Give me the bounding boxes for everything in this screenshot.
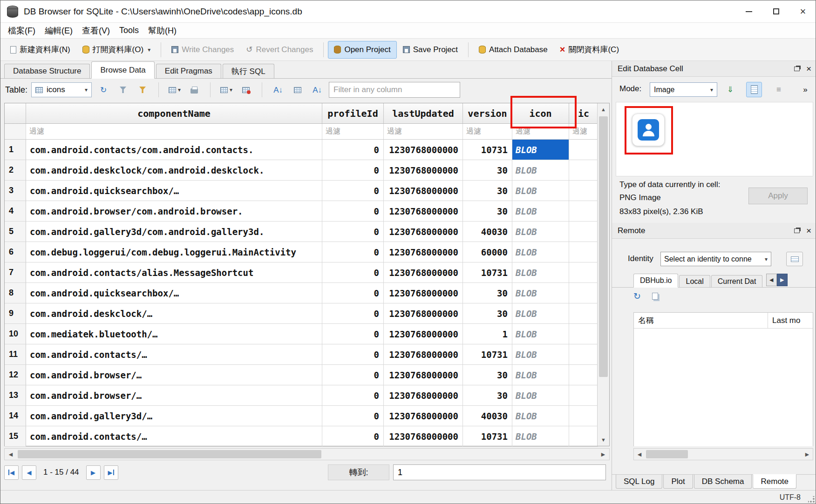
next-record-button[interactable]: ▶	[86, 465, 101, 480]
scroll-left-icon[interactable]: ◀	[634, 449, 645, 460]
goto-input[interactable]	[393, 464, 606, 480]
cell-version[interactable]: 10731	[463, 262, 512, 283]
open-database-caret-icon[interactable]: ▾	[148, 47, 150, 53]
cell-updated[interactable]: 1230768000000	[384, 324, 463, 344]
cell-version[interactable]: 60000	[463, 242, 512, 262]
word-wrap-button[interactable]: ≡	[771, 82, 787, 97]
menu-edit[interactable]: 編輯(E)	[40, 24, 77, 38]
new-database-button[interactable]: 新建資料庫(N)	[4, 41, 76, 59]
cell-component[interactable]: com.android.deskclock/com.android.deskcl…	[26, 160, 322, 181]
horizontal-scrollbar[interactable]: ◀ ▶	[4, 448, 610, 460]
clear-filters-button[interactable]	[115, 82, 131, 97]
cell-version[interactable]: 10731	[463, 140, 512, 160]
identity-select[interactable]: Select an identity to conne ▾	[660, 252, 771, 266]
cell-component[interactable]: com.android.browser/com.android.browser.	[26, 201, 322, 222]
remote-list-body[interactable]	[634, 329, 813, 446]
resize-grip[interactable]	[808, 496, 815, 503]
delete-record-button[interactable]	[238, 82, 254, 97]
tab-scroll-left-button[interactable]: ◀	[766, 274, 777, 286]
cell-icon[interactable]: BLOB	[512, 160, 569, 181]
cell-extra[interactable]	[569, 242, 598, 262]
cell-version[interactable]: 30	[463, 365, 512, 385]
goto-button[interactable]: 轉到:	[328, 464, 389, 480]
tab-scroll-right-button[interactable]: ▶	[777, 274, 788, 286]
previous-record-button[interactable]: ◀	[22, 465, 36, 480]
toolbar-overflow-button[interactable]: »	[797, 82, 813, 97]
column-header-profileId[interactable]: profileId	[322, 103, 384, 123]
table-select[interactable]: icons ▾	[31, 82, 92, 97]
minimize-button[interactable]	[735, 0, 762, 22]
cell-extra[interactable]	[569, 324, 598, 344]
cell-profile[interactable]: 0	[322, 242, 384, 262]
cell-icon[interactable]: BLOB	[512, 365, 569, 385]
maximize-button[interactable]	[762, 0, 789, 22]
cell-profile[interactable]: 0	[322, 344, 384, 365]
row-number[interactable]: 13	[5, 385, 26, 406]
cell-profile[interactable]: 0	[322, 426, 384, 447]
remote-horizontal-scrollbar[interactable]: ◀ ▶	[633, 448, 813, 460]
row-number[interactable]: 10	[5, 324, 26, 344]
cell-component[interactable]: com.android.contacts/…	[26, 344, 322, 365]
cell-updated[interactable]: 1230768000000	[384, 222, 463, 242]
new-record-button[interactable]: ▾	[218, 82, 234, 97]
row-number[interactable]: 8	[5, 283, 26, 303]
tab-browse-data[interactable]: Browse Data	[91, 61, 154, 79]
cell-version[interactable]: 1	[463, 324, 512, 344]
table-row[interactable]: 13com.android.browser/…0123076800000030B…	[5, 385, 609, 406]
cell-updated[interactable]: 1230768000000	[384, 426, 463, 447]
scroll-down-icon[interactable]: ▼	[598, 434, 609, 446]
print-button[interactable]	[186, 82, 202, 97]
cell-extra[interactable]	[569, 344, 598, 365]
cell-profile[interactable]: 0	[322, 385, 384, 406]
row-number[interactable]: 4	[5, 201, 26, 222]
cell-icon[interactable]: BLOB	[512, 140, 569, 160]
cell-extra[interactable]	[569, 406, 598, 426]
cell-component[interactable]: com.android.contacts/…	[26, 426, 322, 447]
close-database-button[interactable]: × 關閉資料庫(C)	[554, 41, 625, 59]
cell-profile[interactable]: 0	[322, 365, 384, 385]
column-header-lastUpdated[interactable]: lastUpdated	[384, 103, 463, 123]
cell-icon[interactable]: BLOB	[512, 385, 569, 406]
tab-local[interactable]: Local	[679, 275, 710, 287]
cell-component[interactable]: com.debug.loggerui/com.debug.loggerui.Ma…	[26, 242, 322, 262]
cell-extra[interactable]	[569, 262, 598, 283]
write-changes-button[interactable]: Write Changes	[165, 41, 240, 59]
cell-component[interactable]: com.android.browser/…	[26, 385, 322, 406]
filter-profileId[interactable]: 過濾	[322, 124, 384, 139]
cell-extra[interactable]	[569, 222, 598, 242]
cell-version[interactable]: 30	[463, 201, 512, 222]
cell-profile[interactable]: 0	[322, 222, 384, 242]
cell-profile[interactable]: 0	[322, 303, 384, 324]
column-header-componentName[interactable]: componentName	[26, 103, 322, 123]
cell-updated[interactable]: 1230768000000	[384, 365, 463, 385]
cell-profile[interactable]: 0	[322, 160, 384, 181]
filter-partial[interactable]: 過濾	[569, 124, 598, 139]
cell-icon[interactable]: BLOB	[512, 262, 569, 283]
menu-file[interactable]: 檔案(F)	[3, 24, 40, 38]
vertical-scrollbar[interactable]: ▲ ▼	[597, 103, 609, 446]
table-row[interactable]: 4com.android.browser/com.android.browser…	[5, 201, 609, 222]
cell-updated[interactable]: 1230768000000	[384, 140, 463, 160]
table-row[interactable]: 7com.android.contacts/alias.MessageShort…	[5, 262, 609, 283]
cell-version[interactable]: 30	[463, 283, 512, 303]
row-number[interactable]: 9	[5, 303, 26, 324]
column-header-version[interactable]: version	[463, 103, 512, 123]
cell-icon[interactable]: BLOB	[512, 222, 569, 242]
cell-updated[interactable]: 1230768000000	[384, 181, 463, 201]
cell-updated[interactable]: 1230768000000	[384, 160, 463, 181]
view-mode-button[interactable]	[746, 82, 762, 97]
tab-database-structure[interactable]: Database Structure	[4, 64, 90, 78]
filter-version[interactable]: 過濾	[463, 124, 512, 139]
table-row[interactable]: 1com.android.contacts/com.android.contac…	[5, 140, 609, 160]
menu-help[interactable]: 幫助(H)	[143, 24, 181, 38]
cell-version[interactable]: 30	[463, 181, 512, 201]
cell-updated[interactable]: 1230768000000	[384, 283, 463, 303]
open-database-button[interactable]: 打開資料庫(O) ▾	[76, 41, 157, 59]
horizontal-scrollbar-thumb[interactable]	[18, 450, 321, 458]
tab-execute-sql[interactable]: 執行 SQL	[223, 64, 274, 78]
row-number[interactable]: 12	[5, 365, 26, 385]
cell-updated[interactable]: 1230768000000	[384, 201, 463, 222]
cell-component[interactable]: com.android.contacts/alias.MessageShortc…	[26, 262, 322, 283]
save-project-button[interactable]: Save Project	[397, 41, 464, 59]
cell-component[interactable]: com.android.quicksearchbox/…	[26, 283, 322, 303]
